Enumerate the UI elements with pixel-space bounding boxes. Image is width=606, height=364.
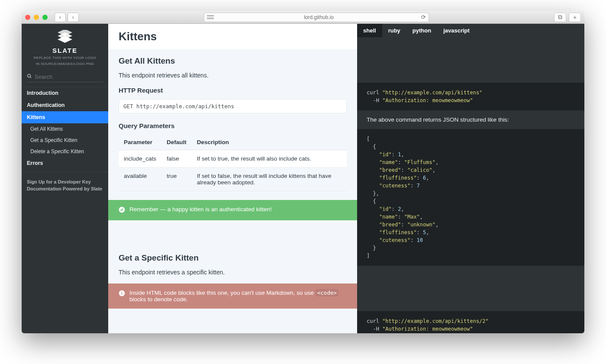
callout-warn-pre: Inside HTML code blocks like this one, y… bbox=[129, 290, 314, 296]
nav-sublist-kittens: Get All Kittens Get a Specific Kitten De… bbox=[22, 123, 108, 157]
tab-javascript[interactable]: javascript bbox=[437, 24, 476, 37]
search-input[interactable] bbox=[35, 74, 103, 80]
tok: "http://example.com/api/kittens/2" bbox=[382, 318, 489, 324]
new-tab-button[interactable]: + bbox=[569, 13, 581, 22]
app: SLATE REPLACE THIS WITH YOUR LOGO IN SOU… bbox=[22, 24, 584, 333]
nav-sub-get-all-kittens[interactable]: Get All Kittens bbox=[22, 123, 108, 135]
search-icon bbox=[27, 74, 32, 80]
curl-block-1: curl "http://example.com/api/kittens" -H… bbox=[357, 83, 584, 110]
th-parameter: Parameter bbox=[119, 135, 161, 150]
logo-block: SLATE REPLACE THIS WITH YOUR LOGO IN SOU… bbox=[22, 24, 108, 71]
query-params-table: Parameter Default Description include_ca… bbox=[119, 135, 347, 191]
tab-ruby[interactable]: ruby bbox=[382, 24, 406, 37]
check-circle-icon bbox=[119, 206, 125, 214]
spacer bbox=[357, 37, 584, 83]
maximize-window-button[interactable] bbox=[42, 15, 48, 20]
nav-item-errors[interactable]: Errors bbox=[22, 157, 108, 169]
tok: -H bbox=[373, 326, 379, 332]
tok: curl bbox=[367, 318, 379, 324]
callout-success-text: Remember — a happy kitten is an authenti… bbox=[129, 206, 272, 213]
titlebar: ‹ › lord.github.io ⟳ ⧉ + bbox=[22, 11, 584, 24]
th-default: Default bbox=[161, 135, 192, 150]
browser-window: ‹ › lord.github.io ⟳ ⧉ + bbox=[22, 11, 584, 333]
reader-icon[interactable] bbox=[207, 15, 214, 19]
logo-subtitle-2: IN SOURCE/IMAGES/LOGO.PNG bbox=[27, 62, 103, 66]
tok: "http://example.com/api/kittens" bbox=[382, 90, 482, 96]
footer-powered-link[interactable]: Documentation Powered by Slate bbox=[27, 185, 103, 192]
language-tabs: shell ruby python javascript bbox=[357, 24, 584, 37]
td-default: true bbox=[161, 168, 192, 191]
th-description: Description bbox=[192, 135, 347, 150]
http-request-heading: HTTP Request bbox=[119, 87, 347, 94]
desc-get-specific: This endpoint retrieves a specific kitte… bbox=[119, 269, 347, 276]
tok: curl bbox=[367, 90, 379, 96]
logo-title: SLATE bbox=[27, 47, 103, 54]
desc-get-all: This endpoint retrieves all kittens. bbox=[119, 72, 347, 79]
nav-list: Introduction Authentication Kittens Get … bbox=[22, 87, 108, 169]
section-header: Kittens bbox=[108, 24, 357, 49]
callout-warning: i Inside HTML code blocks like this one,… bbox=[108, 283, 357, 309]
url-text: lord.github.io bbox=[216, 14, 421, 20]
nav-item-introduction[interactable]: Introduction bbox=[22, 87, 108, 99]
logo-subtitle-1: REPLACE THIS WITH YOUR LOGO bbox=[27, 56, 103, 60]
spacer bbox=[357, 266, 584, 311]
nav-buttons: ‹ › bbox=[55, 13, 79, 22]
code-panel[interactable]: shell ruby python javascript curl "http:… bbox=[357, 24, 584, 333]
tok: "Authorization: meowmeowmeow" bbox=[382, 97, 473, 103]
tab-shell[interactable]: shell bbox=[357, 24, 382, 37]
callout-inline-code: <code> bbox=[316, 289, 338, 296]
heading-get-specific: Get a Specific Kitten bbox=[119, 253, 347, 263]
logo-icon bbox=[56, 30, 74, 45]
section-get-specific-kitten: Get a Specific Kitten This endpoint retr… bbox=[108, 246, 357, 276]
table-header-row: Parameter Default Description bbox=[119, 135, 347, 150]
forward-button[interactable]: › bbox=[68, 13, 79, 22]
svg-point-3 bbox=[28, 74, 31, 77]
svg-line-4 bbox=[30, 77, 32, 78]
tabs-button[interactable]: ⧉ bbox=[554, 13, 566, 22]
traffic-lights bbox=[25, 15, 48, 20]
tok: -H bbox=[373, 97, 379, 103]
address-bar[interactable]: lord.github.io ⟳ bbox=[204, 13, 429, 22]
back-button[interactable]: ‹ bbox=[55, 13, 66, 22]
page-title: Kittens bbox=[119, 30, 347, 43]
sidebar-footer: Sign Up for a Developer Key Documentatio… bbox=[22, 172, 108, 198]
td-desc: If set to true, the result will also inc… bbox=[192, 150, 347, 168]
content[interactable]: Kittens Get All Kittens This endpoint re… bbox=[108, 24, 357, 333]
section-divider bbox=[108, 220, 357, 246]
td-param: include_cats bbox=[119, 150, 161, 168]
td-desc: If set to false, the result will include… bbox=[192, 168, 347, 191]
json-block-1: [ { "id": 1, "name": "Fluffums", "breed"… bbox=[357, 129, 584, 266]
nav-sub-get-specific-kitten[interactable]: Get a Specific Kitten bbox=[22, 135, 108, 146]
note-1: The above command returns JSON structure… bbox=[357, 110, 584, 129]
section-get-all-kittens: Get All Kittens This endpoint retrieves … bbox=[108, 49, 357, 191]
info-circle-icon: i bbox=[119, 290, 125, 298]
refresh-button[interactable]: ⟳ bbox=[421, 14, 426, 20]
tok: "Authorization: meowmeowmeow" bbox=[382, 326, 473, 332]
nav-item-authentication[interactable]: Authentication bbox=[22, 99, 108, 111]
callout-warn-post: blocks to denote code. bbox=[129, 296, 188, 303]
callout-warning-text: Inside HTML code blocks like this one, y… bbox=[129, 290, 347, 303]
svg-text:i: i bbox=[121, 291, 122, 296]
nav-sub-delete-specific-kitten[interactable]: Delete a Specific Kitten bbox=[22, 146, 108, 157]
heading-get-all: Get All Kittens bbox=[119, 56, 347, 66]
minimize-window-button[interactable] bbox=[34, 15, 39, 20]
search-row bbox=[22, 71, 108, 87]
table-row: include_cats false If set to true, the r… bbox=[119, 150, 347, 168]
table-row: available true If set to false, the resu… bbox=[119, 168, 347, 191]
titlebar-right: ⧉ + bbox=[554, 13, 581, 22]
sidebar: SLATE REPLACE THIS WITH YOUR LOGO IN SOU… bbox=[22, 24, 108, 333]
close-window-button[interactable] bbox=[25, 15, 30, 20]
nav-item-kittens[interactable]: Kittens bbox=[22, 111, 108, 123]
callout-success: Remember — a happy kitten is an authenti… bbox=[108, 200, 357, 220]
http-request-line: GET http://example.com/api/kittens bbox=[119, 99, 347, 113]
td-param: available bbox=[119, 168, 161, 191]
curl-block-2: curl "http://example.com/api/kittens/2" … bbox=[357, 311, 584, 333]
bottom-pad bbox=[108, 309, 357, 317]
query-params-heading: Query Parameters bbox=[119, 122, 347, 129]
address-bar-wrap: lord.github.io ⟳ bbox=[79, 13, 554, 22]
tab-python[interactable]: python bbox=[406, 24, 437, 37]
search-box[interactable] bbox=[27, 74, 103, 82]
footer-signup-link[interactable]: Sign Up for a Developer Key bbox=[27, 178, 103, 185]
td-default: false bbox=[161, 150, 192, 168]
